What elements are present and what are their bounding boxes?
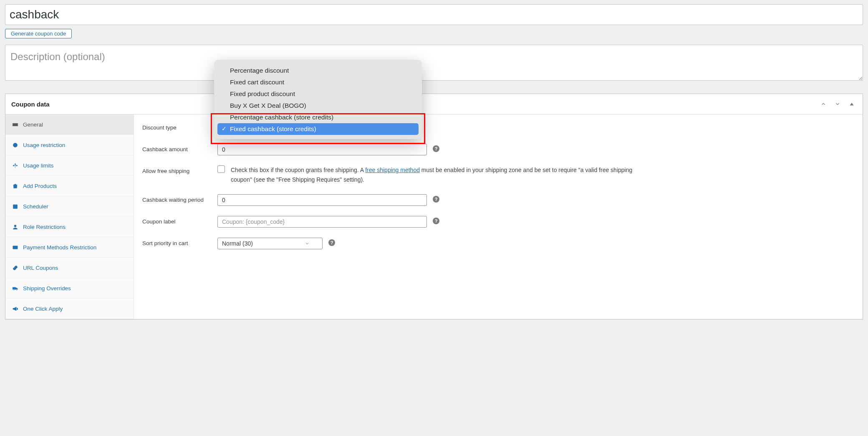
ticket-icon xyxy=(11,121,19,128)
svg-point-6 xyxy=(15,164,16,165)
svg-point-17 xyxy=(16,289,18,290)
tab-label: Usage limits xyxy=(23,162,54,169)
tab-label: Scheduler xyxy=(23,203,48,210)
sort-priority-select[interactable]: Normal (30) xyxy=(217,238,323,249)
tab-url-coupons[interactable]: URL Coupons xyxy=(5,258,134,278)
svg-rect-13 xyxy=(13,246,17,249)
user-icon xyxy=(11,223,19,231)
tab-label: Usage restriction xyxy=(23,142,65,148)
tab-payment-methods-restriction[interactable]: Payment Methods Restriction xyxy=(5,237,134,258)
toggle-panel-icon[interactable] xyxy=(846,98,858,110)
discount-type-label: Discount type xyxy=(142,122,217,131)
svg-point-7 xyxy=(16,165,18,166)
ban-icon xyxy=(11,141,19,149)
tab-label: One Click Apply xyxy=(23,306,63,312)
cashback-amount-input[interactable] xyxy=(217,144,427,155)
dropdown-option[interactable]: Fixed product discount xyxy=(217,88,419,100)
free-shipping-description: Check this box if the coupon grants free… xyxy=(231,165,648,184)
tab-usage-limits[interactable]: Usage limits xyxy=(5,155,134,176)
tab-label: Payment Methods Restriction xyxy=(23,244,96,251)
tab-general[interactable]: General xyxy=(5,114,134,135)
shopping-bag-icon xyxy=(11,182,19,190)
coupon-label-label: Coupon label xyxy=(142,216,217,225)
truck-icon xyxy=(11,284,19,292)
tab-one-click-apply[interactable]: One Click Apply xyxy=(5,299,134,319)
coupon-label-input[interactable] xyxy=(217,216,427,228)
free-shipping-method-link[interactable]: free shipping method xyxy=(365,167,420,173)
svg-marker-0 xyxy=(850,103,853,105)
credit-card-icon xyxy=(11,243,19,251)
megaphone-icon xyxy=(11,305,19,312)
cashback-amount-label: Cashback amount xyxy=(142,144,217,152)
coupon-data-tabs: General Usage restriction Usage limits xyxy=(5,114,134,319)
tab-label: Role Restrictions xyxy=(23,224,66,230)
tab-usage-restriction[interactable]: Usage restriction xyxy=(5,135,134,155)
discount-type-dropdown: Percentage discount Fixed cart discount … xyxy=(214,60,422,139)
dropdown-option[interactable]: Fixed cart discount xyxy=(217,76,419,88)
move-down-icon[interactable] xyxy=(832,98,843,110)
dropdown-option[interactable]: Percentage cashback (store credits) xyxy=(217,112,419,123)
allow-free-shipping-label: Allow free shipping xyxy=(142,165,217,174)
generate-coupon-code-button[interactable]: Generate coupon code xyxy=(5,29,72,38)
dropdown-option[interactable]: Buy X Get X Deal (BOGO) xyxy=(217,100,419,112)
tab-label: General xyxy=(23,122,43,128)
help-icon[interactable]: ? xyxy=(328,239,335,246)
sort-priority-label: Sort priority in cart xyxy=(142,238,217,246)
chevron-down-icon xyxy=(305,241,310,246)
tab-shipping-overrides[interactable]: Shipping Overrides xyxy=(5,278,134,299)
help-icon[interactable]: ? xyxy=(433,196,439,203)
move-up-icon[interactable] xyxy=(818,98,829,110)
help-icon[interactable]: ? xyxy=(433,218,439,224)
svg-rect-8 xyxy=(13,205,17,208)
general-panel: Discount type Cashback amount ? Allow fr… xyxy=(134,114,863,319)
svg-point-5 xyxy=(13,165,14,166)
sliders-icon xyxy=(11,162,19,169)
sort-priority-value: Normal (30) xyxy=(222,240,253,247)
coupon-data-postbox: Coupon data General xyxy=(5,94,863,319)
tab-label: Add Products xyxy=(23,183,57,189)
tab-scheduler[interactable]: Scheduler xyxy=(5,196,134,217)
help-icon[interactable]: ? xyxy=(433,145,439,152)
cashback-waiting-period-input[interactable] xyxy=(217,194,427,206)
tab-add-products[interactable]: Add Products xyxy=(5,176,134,196)
coupon-title-input[interactable] xyxy=(5,4,863,25)
svg-point-12 xyxy=(14,225,16,227)
postbox-header: Coupon data xyxy=(5,94,863,114)
dropdown-option[interactable]: Percentage discount xyxy=(217,65,419,76)
allow-free-shipping-checkbox[interactable] xyxy=(217,165,225,173)
description-textarea[interactable] xyxy=(5,45,863,81)
tab-label: Shipping Overrides xyxy=(23,285,71,292)
calendar-icon xyxy=(11,203,19,210)
dropdown-option-selected[interactable]: Fixed cashback (store credits) xyxy=(217,123,419,135)
tab-role-restrictions[interactable]: Role Restrictions xyxy=(5,217,134,237)
tab-label: URL Coupons xyxy=(23,265,58,271)
link-icon xyxy=(11,264,19,271)
cashback-waiting-period-label: Cashback waiting period xyxy=(142,194,217,203)
svg-point-16 xyxy=(13,289,15,290)
